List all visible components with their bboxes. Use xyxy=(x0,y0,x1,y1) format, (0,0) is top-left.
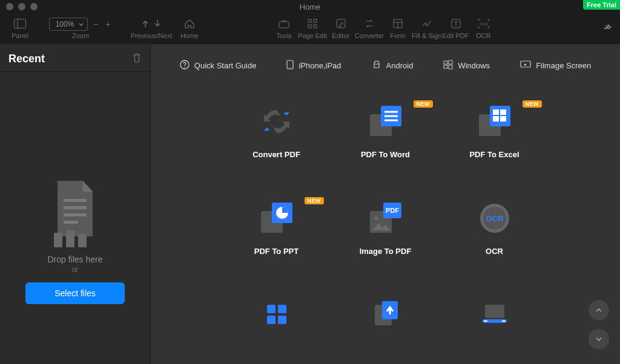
pdf-to-word-tile[interactable]: NEW PDF To Word xyxy=(331,103,440,181)
image-pdf-icon: PDF xyxy=(367,200,404,237)
scroll-down-button[interactable] xyxy=(589,329,609,349)
svg-rect-6 xyxy=(314,25,317,28)
home-icon xyxy=(184,19,195,30)
zoom-in-button[interactable]: + xyxy=(104,19,112,29)
ocr-tile[interactable]: OCR OCR xyxy=(440,200,549,278)
ocr-button[interactable]: OCR OCR xyxy=(470,18,498,39)
document-icon xyxy=(49,181,101,247)
trash-button[interactable] xyxy=(132,53,142,65)
image-to-pdf-tile[interactable]: PDF Image To PDF xyxy=(331,200,440,278)
toolbox-icon xyxy=(279,19,289,30)
convert-pdf-tile[interactable]: Convert PDF xyxy=(222,103,331,181)
svg-rect-38 xyxy=(493,109,499,115)
page-edit-button[interactable]: Page Edit xyxy=(298,18,327,39)
app-window: Home Free Trial Panel 100% − + Zoom xyxy=(0,0,620,364)
svg-rect-58 xyxy=(485,305,504,318)
free-trial-badge[interactable]: Free Trial xyxy=(583,0,620,10)
prev-next-buttons[interactable]: Previous/Next xyxy=(127,18,176,39)
svg-rect-19 xyxy=(78,234,87,247)
svg-rect-0 xyxy=(15,19,26,28)
drop-text: Drop files here xyxy=(47,255,102,264)
zoom-out-button[interactable]: − xyxy=(91,19,100,29)
svg-rect-54 xyxy=(267,316,275,324)
window-title: Home xyxy=(0,2,620,11)
select-files-button[interactable]: Select files xyxy=(25,282,125,304)
android-link[interactable]: Android xyxy=(372,60,414,71)
convert-pdf-icon xyxy=(258,103,295,140)
svg-point-46 xyxy=(374,216,378,220)
extra-icon-1 xyxy=(258,296,295,333)
svg-text:OCR: OCR xyxy=(480,22,488,26)
tools-button[interactable]: Tools xyxy=(270,18,298,39)
svg-rect-17 xyxy=(54,233,62,247)
text-icon xyxy=(451,19,461,30)
convert-icon xyxy=(364,19,375,30)
new-badge: NEW xyxy=(305,197,324,204)
sign-icon xyxy=(422,19,432,30)
extra-icon-3 xyxy=(476,296,513,333)
svg-rect-27 xyxy=(449,60,452,64)
pdf-excel-icon xyxy=(476,103,513,140)
form-button[interactable]: Form xyxy=(384,18,412,39)
svg-rect-28 xyxy=(444,65,447,68)
svg-rect-39 xyxy=(500,109,506,115)
quick-start-link[interactable]: Quick Start Guide xyxy=(180,60,257,71)
toolbar: Panel 100% − + Zoom Previous/Next xyxy=(0,13,620,44)
svg-rect-2 xyxy=(279,22,289,28)
zoom-select[interactable]: 100% xyxy=(49,18,88,31)
filmage-link[interactable]: Filmage Screen xyxy=(520,60,591,71)
svg-rect-4 xyxy=(314,19,317,22)
svg-point-23 xyxy=(290,67,291,68)
fill-sign-button[interactable]: Fill & Sign xyxy=(412,18,442,39)
drop-zone[interactable]: Drop files here or Select files xyxy=(0,71,150,364)
svg-rect-16 xyxy=(64,221,78,224)
panel-button[interactable]: Panel xyxy=(6,18,34,39)
android-icon xyxy=(372,60,381,71)
svg-rect-13 xyxy=(64,199,87,202)
new-badge: NEW xyxy=(414,100,433,108)
zoom-control: 100% − + Zoom xyxy=(47,18,114,39)
pdf-to-excel-tile[interactable]: NEW PDF To Excel xyxy=(440,103,549,181)
svg-rect-61 xyxy=(502,320,506,322)
chevron-down-icon xyxy=(79,20,84,28)
toolbar-overflow-button[interactable] xyxy=(602,23,613,32)
edit-pdf-button[interactable]: Edit PDF xyxy=(442,18,470,39)
iphone-link[interactable]: iPhone,iPad xyxy=(286,60,341,71)
svg-rect-14 xyxy=(64,206,87,209)
svg-rect-40 xyxy=(493,116,499,122)
home-button[interactable]: Home xyxy=(176,18,203,39)
screen-icon xyxy=(520,60,531,71)
sidebar-title: Recent xyxy=(8,53,45,65)
converter-button[interactable]: Converter xyxy=(355,18,384,39)
windows-link[interactable]: Windows xyxy=(443,60,490,71)
grid-tile-extra-3[interactable] xyxy=(440,296,549,333)
phone-icon xyxy=(286,60,294,71)
svg-rect-3 xyxy=(308,19,311,22)
main: Quick Start Guide iPhone,iPad Android Wi… xyxy=(151,44,620,364)
svg-text:PDF: PDF xyxy=(386,207,399,214)
titlebar: Home Free Trial xyxy=(0,0,620,13)
sidebar-header: Recent xyxy=(0,44,150,71)
svg-rect-60 xyxy=(484,320,487,322)
svg-rect-18 xyxy=(66,230,74,247)
svg-rect-5 xyxy=(308,25,311,28)
editor-button[interactable]: Editor xyxy=(327,18,355,39)
svg-rect-53 xyxy=(278,305,286,313)
grid-tile-extra-1[interactable] xyxy=(222,296,331,333)
form-icon xyxy=(393,19,403,30)
drop-or: or xyxy=(72,265,79,274)
windows-icon xyxy=(443,60,453,71)
ocr-tile-icon: OCR xyxy=(476,200,513,237)
pdf-word-icon xyxy=(367,103,404,140)
svg-rect-15 xyxy=(64,213,87,216)
body: Recent xyxy=(0,44,620,364)
pdf-to-ppt-tile[interactable]: NEW PDF To PPT xyxy=(222,200,331,278)
edit-icon xyxy=(336,19,346,30)
panel-icon xyxy=(14,19,26,30)
svg-point-21 xyxy=(184,67,185,68)
svg-text:OCR: OCR xyxy=(486,214,504,223)
svg-rect-41 xyxy=(500,116,506,122)
svg-rect-26 xyxy=(444,61,447,64)
grid-tile-extra-2[interactable] xyxy=(331,296,440,333)
scroll-up-button[interactable] xyxy=(589,300,609,320)
